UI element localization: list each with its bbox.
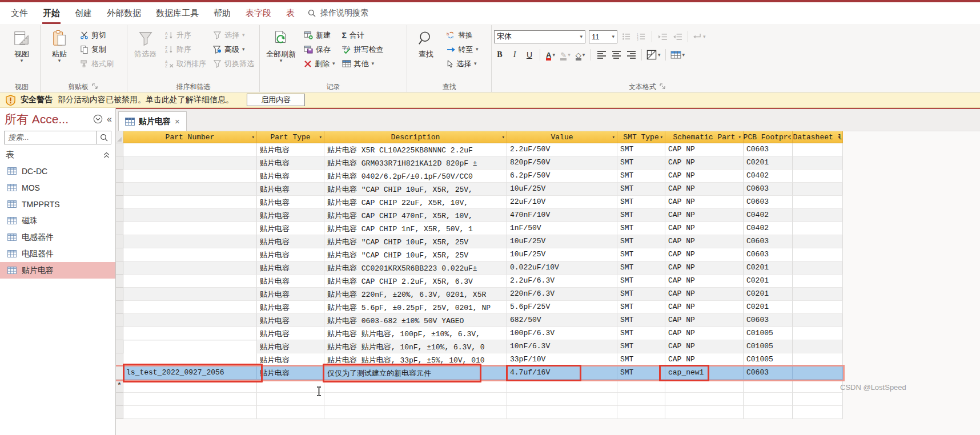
cell-part-number[interactable] bbox=[123, 393, 257, 406]
cell-description[interactable]: 贴片电容 X5R CL10A225KB8NNNC 2.2uF bbox=[324, 143, 507, 156]
numbering-button[interactable]: 123 bbox=[636, 30, 647, 43]
cell-value[interactable]: 820pF/50V bbox=[507, 156, 617, 170]
row-selector[interactable] bbox=[116, 143, 123, 156]
cell-datasheet[interactable] bbox=[793, 222, 843, 235]
cell-datasheet[interactable] bbox=[793, 275, 843, 288]
column-header-value[interactable]: Value▾ bbox=[507, 131, 617, 143]
cell-smt-type[interactable]: SMT bbox=[617, 235, 665, 248]
row-selector[interactable] bbox=[116, 393, 123, 406]
cell-description[interactable]: 贴片电容 CAP CHIP 22uF, X5R, 10V, bbox=[324, 196, 507, 209]
cell-datasheet[interactable] bbox=[793, 366, 843, 380]
cell-value[interactable]: 2.2uF/6.3V bbox=[507, 275, 617, 288]
cell-part-type[interactable] bbox=[257, 406, 324, 419]
newline-button[interactable]: ▾ bbox=[693, 30, 706, 43]
cell-schematic-part[interactable]: CAP NP bbox=[665, 235, 744, 248]
cell-pcb-footprint[interactable]: C0603 bbox=[744, 143, 793, 156]
replace-button[interactable]: bc 替换 bbox=[444, 28, 481, 42]
cell-schematic-part[interactable]: CAP NP bbox=[665, 170, 744, 183]
column-filter-dropdown-icon[interactable]: ▾ bbox=[788, 134, 790, 140]
cell-value[interactable]: 10uF/25V bbox=[507, 248, 617, 261]
cell-pcb-footprint[interactable]: C01005 bbox=[744, 340, 793, 353]
cell-pcb-footprint[interactable]: C0603 bbox=[744, 183, 793, 196]
cell-description[interactable]: 贴片电容 CAP CHIP 2.2uF, X5R, 6.3V bbox=[324, 275, 507, 288]
column-header-part-type[interactable]: Part Type▾ bbox=[257, 131, 324, 143]
align-right-button[interactable] bbox=[625, 49, 637, 61]
advanced-filter-button[interactable]: 高级▾ bbox=[210, 42, 257, 57]
cell-datasheet[interactable] bbox=[793, 183, 843, 196]
cell-datasheet[interactable] bbox=[793, 393, 843, 406]
cell-schematic-part[interactable] bbox=[665, 406, 744, 419]
cell-pcb-footprint[interactable]: C0603 bbox=[744, 314, 793, 327]
cell-smt-type[interactable]: SMT bbox=[617, 143, 665, 156]
row-selector[interactable] bbox=[116, 183, 123, 196]
cell-smt-type[interactable]: SMT bbox=[617, 196, 665, 209]
cell-description[interactable]: 贴片电容 "CAP CHIP 10uF, X5R, 25V bbox=[324, 235, 507, 248]
sidebar-item-贴片电容[interactable]: 贴片电容 bbox=[0, 262, 115, 279]
cell-part-number[interactable] bbox=[123, 301, 257, 314]
cell-schematic-part[interactable] bbox=[665, 393, 744, 406]
cell-part-number[interactable] bbox=[123, 248, 257, 261]
remove-sort-button[interactable]: AZ 取消排序 bbox=[162, 57, 209, 71]
row-selector[interactable] bbox=[116, 235, 123, 248]
cell-description[interactable]: 贴片电容 CAP CHIP 470nF, X5R, 10V, bbox=[324, 209, 507, 222]
cell-smt-type[interactable]: SMT bbox=[617, 314, 665, 327]
row-selector[interactable] bbox=[116, 156, 123, 170]
cell-pcb-footprint[interactable]: C0603 bbox=[744, 196, 793, 209]
row-selector[interactable] bbox=[116, 261, 123, 275]
cell-datasheet[interactable] bbox=[793, 288, 843, 301]
cell-pcb-footprint[interactable]: C0201 bbox=[744, 261, 793, 275]
cell-pcb-footprint[interactable]: C01005 bbox=[744, 327, 793, 340]
cell-pcb-footprint[interactable]: C01005 bbox=[744, 353, 793, 366]
cell-value[interactable]: 2.2uF/50V bbox=[507, 143, 617, 156]
new-record-button[interactable]: 新建 bbox=[301, 28, 338, 42]
view-button[interactable]: 视图 ▾ bbox=[6, 26, 38, 79]
cell-value[interactable] bbox=[507, 380, 617, 393]
cell-datasheet[interactable] bbox=[793, 156, 843, 170]
cell-description[interactable] bbox=[324, 393, 507, 406]
tell-me-search[interactable]: 操作说明搜索 bbox=[302, 2, 374, 24]
cell-schematic-part[interactable]: CAP NP bbox=[665, 288, 744, 301]
menu-tab-table[interactable]: 表 bbox=[279, 2, 302, 24]
cell-smt-type[interactable]: SMT bbox=[617, 275, 665, 288]
highlight-color-button[interactable]: ✎▾ bbox=[560, 49, 571, 61]
fill-color-button[interactable]: ◇▾ bbox=[575, 49, 586, 61]
column-header-description[interactable]: Description▾ bbox=[324, 131, 507, 143]
cell-smt-type[interactable]: SMT bbox=[617, 288, 665, 301]
toggle-filter-button[interactable]: 切换筛选 bbox=[210, 57, 257, 71]
cell-smt-type[interactable]: SMT bbox=[617, 183, 665, 196]
cell-pcb-footprint[interactable] bbox=[744, 406, 793, 419]
cell-smt-type[interactable]: SMT bbox=[617, 340, 665, 353]
cell-part-type[interactable]: 贴片电容 bbox=[257, 143, 324, 156]
cell-part-number[interactable] bbox=[123, 183, 257, 196]
refresh-all-button[interactable]: 全部刷新 ▾ bbox=[262, 26, 300, 79]
cell-part-number[interactable] bbox=[123, 275, 257, 288]
cell-description[interactable]: 贴片电容 5.6pF, ±0.25pF, 25V, 0201, NP bbox=[324, 301, 507, 314]
menu-tab-help[interactable]: 帮助 bbox=[206, 2, 238, 24]
increase-indent-button[interactable] bbox=[657, 30, 668, 43]
cell-datasheet[interactable] bbox=[793, 406, 843, 419]
table-row[interactable]: 贴片电容贴片电容 "CAP CHIP 10uF, X5R, 25V10uF/25… bbox=[116, 235, 843, 248]
column-header-pcb-footpr-[interactable]: PCB Footpr:▾ bbox=[744, 131, 793, 143]
row-selector[interactable] bbox=[116, 248, 123, 261]
cell-part-type[interactable] bbox=[257, 393, 324, 406]
cell-part-type[interactable]: 贴片电容 bbox=[257, 340, 324, 353]
table-row[interactable]: 贴片电容贴片电容 CAP CHIP 2.2uF, X5R, 6.3V2.2uF/… bbox=[116, 275, 843, 288]
cell-part-type[interactable]: 贴片电容 bbox=[257, 288, 324, 301]
cell-value[interactable]: 100pF/6.3V bbox=[507, 327, 617, 340]
cell-part-number[interactable] bbox=[123, 170, 257, 183]
row-selector[interactable] bbox=[116, 222, 123, 235]
cell-value[interactable]: 5.6pF/25V bbox=[507, 301, 617, 314]
cell-description[interactable]: 贴片电容 CC0201KRX5R6BB223 0.022uF± bbox=[324, 261, 507, 275]
totals-button[interactable]: Σ 合计 bbox=[339, 28, 387, 42]
row-selector[interactable] bbox=[116, 327, 123, 340]
font-size-combo[interactable]: 11▾ bbox=[589, 30, 617, 43]
sidebar-item-TMPPRTS[interactable]: TMPPRTS bbox=[0, 196, 115, 212]
cell-description[interactable]: 贴片电容 贴片电容, 100pF, ±10%, 6.3V, bbox=[324, 327, 507, 340]
table-row[interactable] bbox=[116, 393, 843, 406]
cell-datasheet[interactable] bbox=[793, 170, 843, 183]
cell-value[interactable]: 220nF/6.3V bbox=[507, 288, 617, 301]
tables-group-header[interactable]: 表 bbox=[0, 147, 115, 163]
row-selector[interactable] bbox=[116, 301, 123, 314]
cell-smt-type[interactable]: SMT bbox=[617, 366, 665, 380]
cell-schematic-part[interactable]: CAP NP bbox=[665, 248, 744, 261]
